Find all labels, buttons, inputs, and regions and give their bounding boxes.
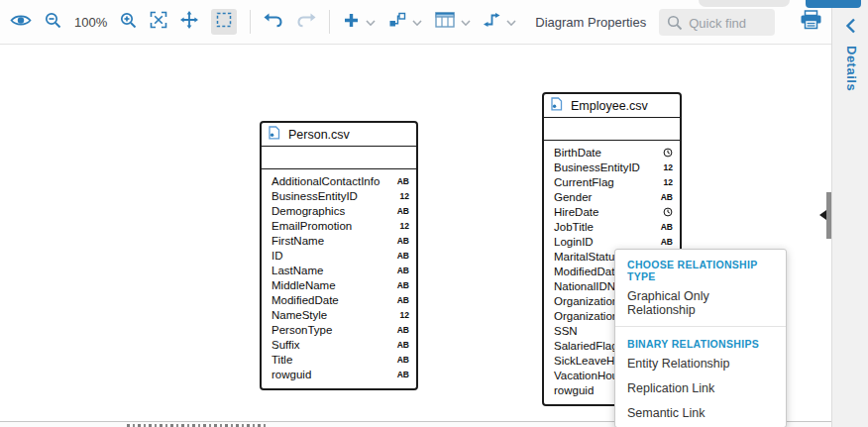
relationship-dropdown[interactable]: [506, 13, 516, 31]
entity-field-row[interactable]: HireDate: [544, 204, 680, 219]
entity-header[interactable]: Employee.csv: [544, 94, 680, 118]
entity-field-row[interactable]: LastNameAB: [262, 263, 416, 277]
hierarchy-icon: [388, 11, 406, 33]
field-type-text-marker: AB: [661, 237, 673, 247]
menu-item[interactable]: Semantic Link: [615, 401, 786, 426]
cutoff-primary-button-sliver[interactable]: [806, 0, 861, 8]
entity-field-row[interactable]: ModifiedDateAB: [262, 292, 416, 307]
entity-field-row[interactable]: BirthDate: [544, 145, 680, 160]
quick-find-input[interactable]: [687, 9, 774, 38]
diagram-properties-button[interactable]: Diagram Properties: [535, 15, 646, 30]
entity-field-row[interactable]: CurrentFlag12: [544, 174, 680, 189]
entity-field-row[interactable]: BusinessEntityID12: [262, 188, 416, 203]
table-display-group: [435, 12, 471, 32]
entity-field-row[interactable]: SuffixAB: [262, 337, 416, 352]
panel-splitter-thumb[interactable]: [826, 192, 831, 239]
field-name: LastName: [271, 265, 323, 276]
print-button[interactable]: [800, 10, 822, 34]
field-name: ModifiedDate: [554, 266, 621, 277]
entity-title: Person.csv: [288, 128, 350, 142]
field-type-text-marker: AB: [397, 355, 409, 365]
field-name: ID: [271, 250, 283, 262]
toolbar-separator: [250, 10, 251, 34]
field-name: BirthDate: [554, 147, 601, 159]
add-object-button[interactable]: [343, 12, 360, 33]
table-display-button[interactable]: [435, 12, 455, 32]
field-type-date-icon: [663, 207, 673, 217]
details-panel-label[interactable]: Details: [844, 46, 859, 91]
entity-field-row[interactable]: BusinessEntityID12: [544, 160, 680, 174]
entity-field-row[interactable]: JobTitleAB: [544, 219, 680, 234]
table-display-dropdown[interactable]: [461, 13, 471, 31]
app-window: 100% Diagram Properties: [0, 0, 868, 427]
field-name: rowguid: [554, 384, 594, 396]
field-name: SalariedFlag: [554, 340, 618, 352]
entity-field-row[interactable]: PersonTypeAB: [262, 322, 416, 337]
field-type-number-marker: 12: [664, 177, 673, 187]
entity-field-row[interactable]: DemographicsAB: [262, 203, 416, 218]
entity-key-section: [544, 118, 680, 141]
fit-to-screen-button[interactable]: [150, 11, 167, 33]
relationship-link-icon: [484, 12, 500, 32]
field-name: Demographics: [271, 205, 345, 217]
menu-item[interactable]: Entity Relationship: [615, 352, 786, 376]
overview-eye-button[interactable]: [10, 13, 32, 32]
menu-item[interactable]: Replication Link: [615, 376, 786, 401]
field-type-text-marker: AB: [397, 206, 409, 216]
entity-field-row[interactable]: LoginIDAB: [544, 234, 680, 249]
field-type-text-marker: AB: [397, 280, 409, 290]
redo-button[interactable]: [296, 12, 316, 32]
field-type-text-marker: AB: [397, 266, 409, 275]
csv-file-icon: [268, 126, 280, 144]
csv-file-icon: [550, 97, 563, 115]
entity-field-row[interactable]: MiddleNameAB: [262, 277, 416, 292]
pan-move-icon: [180, 11, 198, 33]
entity-field-row[interactable]: AdditionalContactInfoAB: [262, 173, 416, 188]
field-name: PersonType: [271, 324, 332, 336]
field-type-date-icon: [663, 148, 673, 158]
marquee-select-button[interactable]: [211, 9, 237, 35]
zoom-in-button[interactable]: [120, 12, 137, 33]
entity-field-row[interactable]: NameStyle12: [262, 307, 416, 322]
entity-field-row[interactable]: rowguidAB: [262, 367, 416, 381]
field-name: Title: [271, 354, 292, 366]
pan-button[interactable]: [180, 11, 198, 33]
menu-section-header: CHOOSE RELATIONSHIP TYPE: [615, 251, 786, 284]
entity-header[interactable]: Person.csv: [262, 123, 416, 147]
add-object-dropdown[interactable]: [366, 13, 376, 31]
entity-title: Employee.csv: [571, 99, 648, 113]
menu-item[interactable]: Graphical Only Relationship: [615, 284, 786, 323]
entity-field-row[interactable]: TitleAB: [262, 352, 416, 367]
entity-field-row[interactable]: GenderAB: [544, 189, 680, 204]
relationship-context-menu: CHOOSE RELATIONSHIP TYPEGraphical Only R…: [614, 249, 787, 427]
menu-divider: [615, 326, 786, 327]
diagram-canvas[interactable]: Person.csv AdditionalContactInfoABBusine…: [0, 46, 831, 421]
zoom-out-button[interactable]: [45, 12, 61, 33]
field-type-text-marker: AB: [661, 222, 673, 232]
relationship-button[interactable]: [484, 12, 500, 32]
entity-field-row[interactable]: EmailPromotion12: [262, 218, 416, 233]
field-name: MaritalStatus: [554, 251, 620, 263]
entity-key-section: [262, 147, 416, 169]
details-panel-strip[interactable]: Details: [831, 0, 868, 427]
panel-collapse-arrow[interactable]: [819, 210, 826, 220]
undo-button[interactable]: [264, 12, 283, 32]
model-object-dropdown[interactable]: [412, 13, 422, 31]
chevron-down-icon: [506, 13, 516, 31]
cutoff-input-sliver[interactable]: [699, 0, 790, 7]
chevron-down-icon: [461, 13, 471, 31]
field-type-text-marker: AB: [397, 325, 409, 335]
field-name: BusinessEntityID: [271, 190, 358, 202]
field-type-text-marker: AB: [397, 251, 409, 261]
chevron-left-icon[interactable]: [845, 18, 856, 38]
entity-person-csv[interactable]: Person.csv AdditionalContactInfoABBusine…: [260, 121, 418, 390]
entity-field-row[interactable]: IDAB: [262, 248, 416, 263]
entity-field-row[interactable]: FirstNameAB: [262, 233, 416, 248]
zoom-out-icon: [45, 12, 61, 33]
chevron-down-icon: [412, 13, 422, 31]
zoom-in-icon: [120, 12, 137, 33]
toolbar-separator: [329, 10, 330, 34]
model-object-button[interactable]: [388, 11, 406, 33]
field-type-number-marker: 12: [400, 191, 409, 201]
fit-to-screen-icon: [150, 11, 167, 33]
